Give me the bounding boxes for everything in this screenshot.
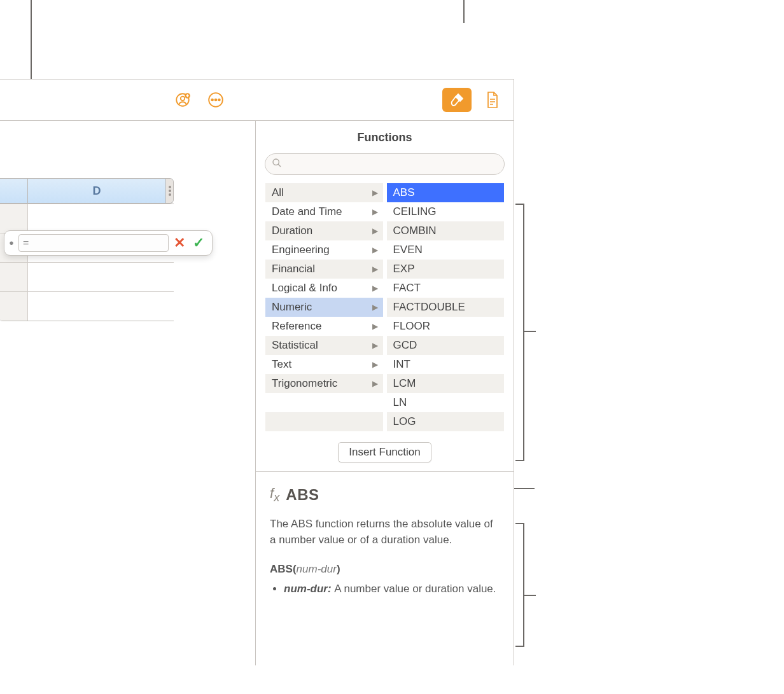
category-item[interactable]: Duration▶ bbox=[265, 221, 383, 240]
help-signature-arg: num-dur bbox=[297, 563, 337, 575]
formula-input[interactable]: = bbox=[18, 234, 169, 252]
cell[interactable] bbox=[28, 204, 174, 233]
category-item-label: Text bbox=[272, 358, 291, 371]
function-item-label: EVEN bbox=[393, 244, 423, 256]
callout-bracket bbox=[523, 331, 536, 332]
callout-bracket bbox=[515, 523, 523, 524]
function-item-label: LOG bbox=[393, 415, 416, 428]
chevron-right-icon: ▶ bbox=[372, 341, 378, 350]
category-item[interactable]: Financial▶ bbox=[265, 260, 383, 279]
table-row[interactable] bbox=[0, 204, 174, 233]
category-item-label: Statistical bbox=[272, 339, 318, 352]
cell[interactable] bbox=[28, 292, 174, 321]
category-item[interactable]: All▶ bbox=[265, 183, 383, 202]
format-brush-icon bbox=[449, 92, 465, 108]
category-item[interactable]: Text▶ bbox=[265, 355, 383, 374]
category-item[interactable] bbox=[265, 412, 383, 431]
function-list[interactable]: ABSCEILINGCOMBINEVENEXPFACTFACTDOUBLEFLO… bbox=[387, 183, 505, 431]
chevron-right-icon: ▶ bbox=[372, 226, 378, 235]
callout-bracket bbox=[523, 204, 524, 461]
function-item[interactable]: ABS bbox=[387, 183, 505, 202]
document-button[interactable] bbox=[480, 89, 505, 111]
more-button[interactable] bbox=[204, 89, 228, 111]
formula-cancel-button[interactable]: ✕ bbox=[171, 235, 188, 251]
function-item-label: ABS bbox=[393, 186, 415, 199]
function-item[interactable]: FACT bbox=[387, 279, 505, 298]
category-item[interactable]: Statistical▶ bbox=[265, 336, 383, 355]
function-item[interactable]: CEILING bbox=[387, 202, 505, 221]
category-item[interactable] bbox=[265, 393, 383, 412]
chevron-right-icon: ▶ bbox=[372, 379, 378, 388]
category-item-label: Trigonometric bbox=[272, 377, 337, 390]
fx-icon: fx bbox=[270, 483, 279, 506]
category-item[interactable]: Logical & Info▶ bbox=[265, 279, 383, 298]
function-item[interactable]: COMBIN bbox=[387, 221, 505, 240]
category-item[interactable]: Engineering▶ bbox=[265, 240, 383, 260]
insert-function-button[interactable]: Insert Function bbox=[338, 442, 431, 462]
function-item[interactable]: FLOOR bbox=[387, 317, 505, 336]
column-resize-grip[interactable] bbox=[165, 179, 173, 203]
formula-editor: • = ✕ ✓ bbox=[4, 230, 213, 256]
app-window: D • = ✕ ✓ Functions bbox=[0, 79, 514, 665]
category-item[interactable]: Reference▶ bbox=[265, 317, 383, 336]
category-item-label: Numeric bbox=[272, 301, 312, 314]
function-item-label: COMBIN bbox=[393, 225, 437, 237]
function-item[interactable]: LOG bbox=[387, 412, 505, 431]
row-handle[interactable] bbox=[0, 263, 28, 291]
function-help: fx ABS The ABS function returns the abso… bbox=[256, 472, 514, 597]
help-signature: ABS(num-dur) bbox=[270, 562, 500, 578]
function-item-label: LN bbox=[393, 396, 407, 409]
function-item[interactable]: LN bbox=[387, 393, 505, 412]
help-description: The ABS function returns the absolute va… bbox=[270, 517, 500, 548]
function-item-label: CEILING bbox=[393, 205, 437, 218]
column-header-blank[interactable] bbox=[0, 179, 28, 203]
category-list[interactable]: All▶Date and Time▶Duration▶Engineering▶F… bbox=[265, 183, 383, 431]
function-item-label: FACT bbox=[393, 282, 421, 295]
row-handle[interactable] bbox=[0, 204, 28, 233]
function-item[interactable]: INT bbox=[387, 355, 505, 374]
callout-bracket bbox=[523, 523, 524, 647]
function-item[interactable]: EVEN bbox=[387, 240, 505, 260]
more-icon bbox=[207, 92, 224, 108]
search-icon bbox=[272, 158, 282, 170]
function-item[interactable]: EXP bbox=[387, 260, 505, 279]
callout-bracket bbox=[515, 460, 523, 461]
help-function-name: ABS bbox=[286, 484, 319, 506]
function-item[interactable]: LCM bbox=[387, 374, 505, 393]
function-search-input[interactable] bbox=[265, 153, 505, 175]
category-item-label: Logical & Info bbox=[272, 282, 337, 295]
category-item[interactable]: Numeric▶ bbox=[265, 298, 383, 317]
table-row[interactable] bbox=[0, 292, 174, 321]
document-icon bbox=[485, 91, 500, 109]
table-row[interactable] bbox=[0, 263, 174, 292]
format-button[interactable] bbox=[442, 88, 472, 112]
chevron-right-icon: ▶ bbox=[372, 265, 378, 274]
chevron-right-icon: ▶ bbox=[372, 303, 378, 312]
function-item[interactable]: GCD bbox=[387, 336, 505, 355]
callout-bracket bbox=[523, 595, 536, 596]
column-header-row[interactable]: D bbox=[0, 178, 174, 204]
toolbar bbox=[0, 80, 514, 121]
function-item[interactable]: FACTDOUBLE bbox=[387, 298, 505, 317]
function-browser: All▶Date and Time▶Duration▶Engineering▶F… bbox=[265, 183, 505, 432]
function-item-label: EXP bbox=[393, 263, 415, 275]
cell[interactable] bbox=[28, 263, 174, 291]
spreadsheet-canvas[interactable]: D • = ✕ ✓ bbox=[0, 121, 256, 665]
category-item[interactable]: Date and Time▶ bbox=[265, 202, 383, 221]
chevron-right-icon: ▶ bbox=[372, 360, 378, 369]
function-item-label: LCM bbox=[393, 377, 416, 390]
function-item-label: FACTDOUBLE bbox=[393, 301, 465, 314]
category-item-label: Duration bbox=[272, 225, 312, 237]
chevron-right-icon: ▶ bbox=[372, 188, 378, 197]
svg-point-6 bbox=[218, 99, 220, 101]
category-item-label: All bbox=[272, 186, 284, 199]
column-header-label[interactable]: D bbox=[28, 179, 165, 203]
category-item[interactable]: Trigonometric▶ bbox=[265, 374, 383, 393]
collaborate-button[interactable] bbox=[171, 89, 195, 111]
help-param-name: num-dur: bbox=[284, 583, 334, 595]
formula-accept-button[interactable]: ✓ bbox=[190, 235, 207, 251]
callout-bracket bbox=[515, 204, 523, 205]
svg-point-1 bbox=[181, 97, 185, 101]
help-param-desc: A number value or duration value. bbox=[334, 583, 496, 595]
row-handle[interactable] bbox=[0, 292, 28, 321]
